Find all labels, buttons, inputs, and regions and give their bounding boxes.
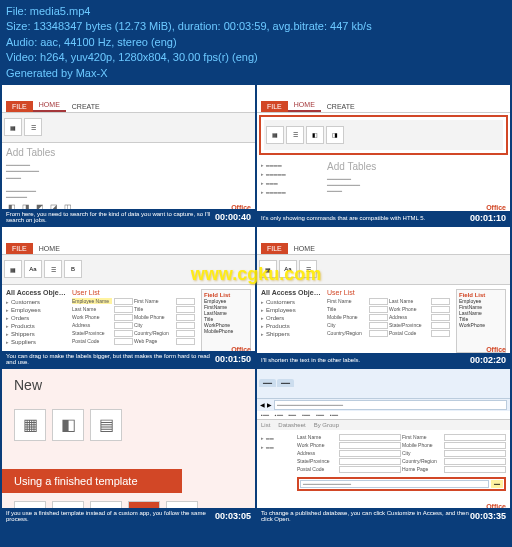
path-input[interactable]: ━━━━━━━━━━━━━━━━: [300, 480, 489, 488]
nav-item[interactable]: Orders: [6, 314, 66, 322]
sidebar-item[interactable]: ━━━━: [261, 161, 321, 170]
field-list-item[interactable]: WorkPhone: [459, 322, 503, 328]
webapp-tab[interactable]: List: [261, 422, 270, 428]
text-input[interactable]: [114, 330, 133, 337]
text-input[interactable]: [444, 458, 506, 465]
tab-file[interactable]: FILE: [261, 243, 288, 254]
tab-home[interactable]: HOME: [288, 243, 321, 254]
text-input[interactable]: [114, 322, 133, 329]
list-item[interactable]: ━━: [261, 434, 291, 443]
ribbon-button[interactable]: ▦: [4, 118, 22, 136]
ribbon-button[interactable]: ☰: [286, 126, 304, 144]
text-input[interactable]: [176, 314, 195, 321]
text-input[interactable]: [339, 458, 401, 465]
form-row: City: [327, 322, 388, 329]
text-input[interactable]: [444, 442, 506, 449]
text-input[interactable]: [369, 314, 388, 321]
template-icon[interactable]: ▤: [90, 409, 122, 441]
text-input[interactable]: [176, 338, 195, 345]
browser-tab[interactable]: ━━━: [277, 379, 294, 387]
nav-item[interactable]: Customers: [6, 298, 66, 306]
nav-item[interactable]: Employees: [6, 306, 66, 314]
field-list-item[interactable]: MobilePhone: [204, 328, 248, 334]
text-input[interactable]: [339, 434, 401, 441]
text-input[interactable]: [114, 338, 133, 345]
text-input[interactable]: [431, 322, 450, 329]
bookmark-item[interactable]: ▪━━: [259, 412, 271, 418]
nav-item[interactable]: Customers: [261, 298, 321, 306]
bookmark-item[interactable]: ▪━━: [328, 412, 340, 418]
text-input[interactable]: [369, 322, 388, 329]
text-input[interactable]: [176, 306, 195, 313]
text-input[interactable]: [114, 298, 133, 305]
tab-create[interactable]: CREATE: [66, 101, 106, 112]
text-input[interactable]: [339, 442, 401, 449]
tab-home[interactable]: HOME: [288, 99, 321, 112]
nav-item[interactable]: Products: [261, 322, 321, 330]
template-icon[interactable]: ▦: [14, 409, 46, 441]
text-input[interactable]: [339, 466, 401, 473]
nav-item[interactable]: Orders: [261, 314, 321, 322]
ribbon-button[interactable]: ▦: [266, 126, 284, 144]
template-row: ▦ ◧ ▤: [2, 401, 255, 449]
nav-item[interactable]: Shippers: [261, 330, 321, 338]
ribbon-button[interactable]: ▦: [4, 260, 22, 278]
text-input[interactable]: [431, 314, 450, 321]
browser-tab[interactable]: ━━━: [259, 379, 276, 387]
text-input[interactable]: [176, 330, 195, 337]
text-input[interactable]: [369, 330, 388, 337]
sidebar-item[interactable]: ━━━━━: [261, 188, 321, 197]
text-input[interactable]: [431, 330, 450, 337]
text-input[interactable]: [431, 298, 450, 305]
nav-item[interactable]: Suppliers: [6, 338, 66, 346]
webapp-tab[interactable]: By Group: [314, 422, 339, 428]
field-label: Postal Code: [389, 330, 429, 336]
text-input[interactable]: [176, 298, 195, 305]
ribbon-button[interactable]: Aa: [24, 260, 42, 278]
back-icon[interactable]: ◀: [260, 401, 265, 408]
form-row: First Name: [402, 434, 506, 441]
tab-home[interactable]: HOME: [33, 243, 66, 254]
forward-icon[interactable]: ▶: [267, 401, 272, 408]
nav-item[interactable]: Employees: [261, 306, 321, 314]
tab-file[interactable]: FILE: [6, 243, 33, 254]
ribbon-button[interactable]: ☰: [44, 260, 62, 278]
ribbon-button[interactable]: ◧: [306, 126, 324, 144]
ribbon-button[interactable]: B: [64, 260, 82, 278]
bookmark-item[interactable]: ▪━━: [287, 412, 299, 418]
ribbon-button[interactable]: ▦: [259, 260, 277, 278]
tab-create[interactable]: CREATE: [321, 101, 361, 112]
ribbon-button[interactable]: ☰: [24, 118, 42, 136]
text-input[interactable]: [431, 306, 450, 313]
tab-home[interactable]: HOME: [33, 99, 66, 112]
list-item[interactable]: ━━: [261, 443, 291, 452]
open-button[interactable]: ━━: [491, 480, 503, 488]
text-input[interactable]: [114, 314, 133, 321]
text-input[interactable]: [114, 306, 133, 313]
template-icon[interactable]: ◧: [52, 409, 84, 441]
sidebar-item[interactable]: ━━━: [261, 179, 321, 188]
tab-bar: ━━━ ━━━: [259, 379, 294, 387]
field-label: City: [402, 450, 442, 456]
url-input[interactable]: ━━━━━━━━━━━━━━━━━━━━━━: [274, 400, 507, 410]
tab-file[interactable]: FILE: [261, 101, 288, 112]
tab-file[interactable]: FILE: [6, 101, 33, 112]
nav-item[interactable]: Shippers: [6, 330, 66, 338]
text-input[interactable]: [444, 466, 506, 473]
webapp-tab[interactable]: Datasheet: [278, 422, 305, 428]
content-area: ━━━━ ━━━━━ ━━━ ━━━━━ Add Tables ━━━━━━━━…: [257, 157, 510, 201]
bookmark-item[interactable]: ▪━━: [314, 412, 326, 418]
ribbon-button[interactable]: ☰: [299, 260, 317, 278]
sidebar-item[interactable]: ━━━━━: [261, 170, 321, 179]
text-input[interactable]: [339, 450, 401, 457]
text-input[interactable]: [176, 322, 195, 329]
bookmark-item[interactable]: ▪━━: [273, 412, 285, 418]
nav-item[interactable]: Products: [6, 322, 66, 330]
text-input[interactable]: [369, 306, 388, 313]
text-input[interactable]: [444, 434, 506, 441]
bookmark-item[interactable]: ▪━━: [300, 412, 312, 418]
text-input[interactable]: [444, 450, 506, 457]
text-input[interactable]: [369, 298, 388, 305]
ribbon-button[interactable]: ◨: [326, 126, 344, 144]
ribbon-button[interactable]: Aa: [279, 260, 297, 278]
